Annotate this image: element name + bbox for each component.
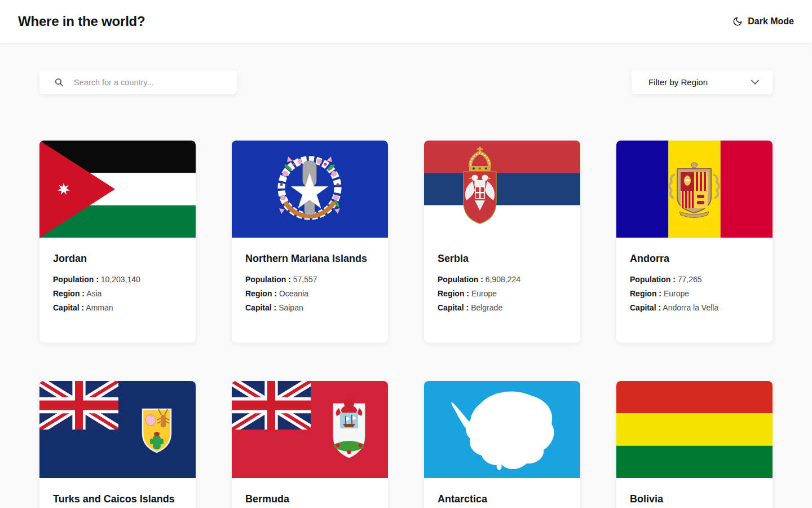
capital-label: Capital : (245, 303, 276, 312)
search-icon (54, 77, 64, 87)
population-value: 10,203,140 (101, 275, 140, 284)
country-card-bolivia[interactable]: Bolivia (616, 381, 773, 508)
card-body: Bolivia (616, 478, 773, 508)
card-body: Turks and Caicos Islands (39, 478, 196, 508)
card-body: Andorra Population : 77,265 Region : Eur… (616, 238, 773, 343)
region-row: Region : Asia (53, 289, 182, 298)
flag-of-bermuda (232, 381, 388, 478)
country-name: Turks and Caicos Islands (53, 493, 182, 505)
country-name: Antarctica (438, 493, 567, 505)
card-body: Antarctica (424, 478, 580, 508)
country-name: Serbia (438, 253, 567, 265)
region-label: Region : (438, 289, 469, 298)
country-name: Bolivia (630, 493, 759, 505)
region-label: Region : (245, 289, 277, 298)
population-label: Population : (630, 275, 676, 284)
capital-value: Andorra la Vella (663, 303, 718, 312)
flag-of-northern-mariana-islands (232, 141, 388, 238)
card-body: Jordan Population : 10,203,140 Region : … (39, 238, 196, 343)
flag-of-bolivia (616, 381, 773, 478)
population-label: Population : (53, 275, 99, 284)
population-label: Population : (438, 275, 483, 284)
moon-icon (732, 16, 743, 27)
country-card-andorra[interactable]: Andorra Population : 77,265 Region : Eur… (616, 141, 773, 343)
card-body: Bermuda (232, 478, 388, 508)
region-label: Region : (630, 289, 661, 298)
main-content: Filter by Region Jordan Population : 10,… (0, 70, 812, 508)
region-filter-label: Filter by Region (648, 77, 708, 87)
region-row: Region : Europe (630, 289, 759, 298)
country-card-jordan[interactable]: Jordan Population : 10,203,140 Region : … (39, 141, 196, 343)
flag-of-andorra (616, 141, 773, 238)
country-card-turks-and-caicos-islands[interactable]: Turks and Caicos Islands (39, 381, 196, 508)
flag-of-antarctica (424, 381, 580, 478)
capital-label: Capital : (53, 303, 84, 312)
capital-value: Amman (86, 303, 113, 312)
capital-row: Capital : Saipan (245, 303, 374, 312)
capital-row: Capital : Belgrade (438, 303, 567, 312)
population-row: Population : 57,557 (245, 275, 374, 284)
population-row: Population : 10,203,140 (53, 275, 182, 284)
country-card-serbia[interactable]: Serbia Population : 6,908,224 Region : E… (424, 141, 580, 343)
country-name: Northern Mariana Islands (245, 253, 374, 265)
region-value: Europe (664, 289, 689, 298)
dark-mode-toggle[interactable]: Dark Mode (732, 16, 794, 27)
region-filter-dropdown[interactable]: Filter by Region (632, 70, 773, 94)
country-card-antarctica[interactable]: Antarctica (424, 381, 580, 508)
flag-of-serbia (424, 141, 580, 238)
capital-row: Capital : Andorra la Vella (630, 303, 759, 312)
app-header: Where in the world? Dark Mode (0, 0, 812, 43)
country-card-northern-mariana-islands[interactable]: Northern Mariana Islands Population : 57… (232, 141, 388, 343)
region-row: Region : Europe (438, 289, 567, 298)
capital-value: Saipan (279, 303, 303, 312)
region-value: Europe (471, 289, 497, 298)
search-bar (39, 70, 237, 94)
country-name: Jordan (53, 253, 182, 265)
capital-label: Capital : (630, 303, 661, 312)
country-card-bermuda[interactable]: Bermuda (232, 381, 388, 508)
search-input[interactable] (74, 78, 230, 87)
region-value: Asia (86, 289, 102, 298)
population-value: 77,265 (678, 275, 702, 284)
region-value: Oceania (279, 289, 308, 298)
region-label: Region : (53, 289, 85, 298)
region-row: Region : Oceania (245, 289, 374, 298)
card-body: Northern Mariana Islands Population : 57… (232, 238, 388, 343)
population-row: Population : 6,908,224 (438, 275, 567, 284)
flag-of-jordan (39, 141, 196, 238)
capital-row: Capital : Amman (53, 303, 182, 312)
country-name: Bermuda (245, 493, 374, 505)
controls-row: Filter by Region (39, 70, 773, 94)
page-title: Where in the world? (18, 14, 145, 29)
flag-of-turks-and-caicos-islands (39, 381, 196, 478)
country-name: Andorra (630, 253, 759, 265)
chevron-down-icon (751, 80, 759, 85)
card-body: Serbia Population : 6,908,224 Region : E… (424, 238, 580, 343)
population-value: 6,908,224 (486, 275, 520, 284)
population-row: Population : 77,265 (630, 275, 759, 284)
country-grid: Jordan Population : 10,203,140 Region : … (39, 141, 773, 508)
population-value: 57,557 (293, 275, 317, 284)
population-label: Population : (245, 275, 291, 284)
dark-mode-label: Dark Mode (748, 16, 794, 27)
capital-label: Capital : (438, 303, 469, 312)
capital-value: Belgrade (471, 303, 502, 312)
